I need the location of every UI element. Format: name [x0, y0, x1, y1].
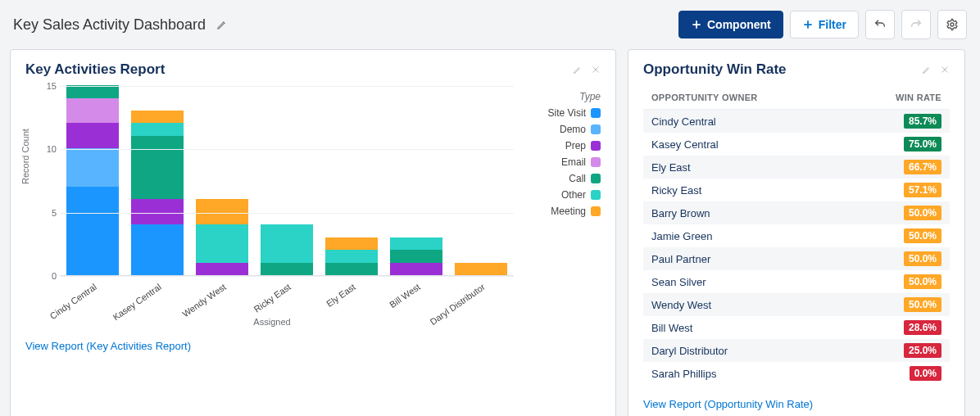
legend-swatch — [591, 141, 601, 151]
stacked-bar[interactable] — [131, 111, 184, 275]
bar-slot: Ely East — [324, 86, 380, 275]
panel-tools — [573, 65, 601, 75]
owner-cell: Bill West — [651, 322, 692, 334]
close-icon[interactable] — [591, 65, 601, 75]
win-rate-badge: 85.7% — [904, 114, 941, 129]
add-filter-button[interactable]: Filter — [790, 11, 859, 38]
bar-segment — [325, 237, 378, 250]
pencil-icon[interactable] — [573, 65, 583, 75]
win-rate-badge: 57.1% — [904, 183, 941, 197]
bar-segment — [196, 224, 248, 262]
legend-swatch — [591, 157, 601, 167]
panel-tools — [922, 65, 950, 75]
bar-segment — [66, 123, 119, 148]
bar-category-label: Ely East — [324, 282, 357, 309]
bar-slot: Cindy Central — [64, 86, 120, 275]
bar-category-label: Cindy Central — [48, 282, 98, 321]
owner-cell: Daryl Distributor — [651, 345, 728, 357]
table-row[interactable]: Sarah Phillips0.0% — [643, 362, 950, 385]
stacked-bar[interactable] — [390, 237, 442, 275]
table-row[interactable]: Ricky East57.1% — [643, 179, 950, 201]
y-tick: 5 — [37, 208, 57, 218]
owner-cell: Jamie Green — [651, 230, 712, 242]
win-rate-badge: 50.0% — [904, 297, 941, 312]
legend-item: Meeting — [519, 206, 601, 217]
table-row[interactable]: Jamie Green50.0% — [643, 224, 950, 247]
bars-container: Cindy CentralKasey CentralWendy WestRick… — [60, 86, 514, 275]
y-tick: 10 — [37, 144, 57, 154]
bar-slot: Kasey Central — [129, 86, 185, 275]
legend-item: Site Visit — [519, 107, 601, 119]
win-rate-badge: 28.6% — [904, 320, 941, 335]
panel-title: Key Activities Report — [25, 61, 165, 78]
view-report-link[interactable]: View Report (Key Activities Report) — [25, 340, 601, 352]
owner-cell: Ely East — [651, 161, 691, 174]
stacked-bar[interactable] — [261, 224, 313, 275]
table-row[interactable]: Ely East66.7% — [643, 156, 950, 179]
legend-label: Email — [561, 156, 586, 168]
bar-segment — [325, 263, 378, 275]
table-row[interactable]: Kasey Central75.0% — [643, 133, 950, 156]
win-rate-badge: 75.0% — [904, 137, 941, 151]
toolbar-controls: Component Filter — [678, 10, 967, 39]
table-row[interactable]: Bill West28.6% — [643, 316, 950, 339]
win-rate-badge: 50.0% — [904, 228, 941, 243]
legend-label: Other — [561, 189, 586, 201]
pencil-icon[interactable] — [214, 16, 230, 33]
dashboard-topbar: Key Sales Activity Dashboard Component F… — [10, 7, 970, 49]
owner-cell: Cindy Central — [651, 115, 716, 128]
bar-slot: Wendy West — [193, 86, 250, 275]
table-row[interactable]: Wendy West50.0% — [643, 293, 950, 316]
legend-item: Other — [519, 189, 601, 201]
legend-swatch — [591, 174, 601, 183]
bar-segment — [66, 148, 119, 186]
owner-cell: Kasey Central — [651, 138, 719, 151]
legend-swatch — [591, 124, 601, 134]
owner-cell: Ricky East — [651, 184, 701, 197]
table-row[interactable]: Sean Silver50.0% — [643, 270, 950, 293]
table-row[interactable]: Paul Partner50.0% — [643, 247, 950, 270]
undo-button[interactable] — [865, 10, 895, 39]
win-rate-badge: 50.0% — [904, 206, 941, 220]
bar-segment — [390, 250, 442, 262]
bar-segment — [131, 123, 184, 135]
svg-point-0 — [951, 23, 954, 26]
stacked-bar[interactable] — [455, 263, 507, 275]
stacked-bar[interactable] — [196, 199, 248, 275]
legend-label: Site Visit — [548, 107, 586, 119]
legend-item: Call — [519, 173, 601, 184]
table-row[interactable]: Barry Brown50.0% — [643, 201, 950, 224]
gridline — [60, 149, 514, 150]
owner-cell: Barry Brown — [651, 207, 710, 219]
legend-item: Demo — [519, 124, 601, 135]
bar-segment — [390, 237, 442, 250]
win-rate-panel: Opportunity Win Rate OPPORTUNITY OWNER W… — [628, 49, 965, 416]
bar-segment — [66, 98, 119, 124]
gridline — [60, 213, 514, 214]
owner-cell: Paul Partner — [651, 253, 710, 265]
bar-segment — [261, 263, 313, 275]
add-component-button[interactable]: Component — [678, 11, 783, 38]
view-report-link[interactable]: View Report (Opportunity Win Rate) — [643, 398, 950, 410]
legend-swatch — [591, 206, 601, 216]
close-icon[interactable] — [940, 65, 950, 75]
legend-swatch — [591, 190, 601, 200]
y-axis-label: Record Count — [20, 129, 30, 184]
chart-area: Record Count Cindy CentralKasey CentralW… — [25, 86, 519, 327]
legend-label: Prep — [565, 140, 586, 151]
panels-row: Key Activities Report Record Count Cindy… — [10, 49, 970, 416]
bar-segment — [325, 250, 378, 262]
chart-plot: Cindy CentralKasey CentralWendy WestRick… — [60, 86, 514, 276]
stacked-bar[interactable] — [325, 237, 378, 275]
redo-button[interactable] — [901, 10, 931, 39]
table-row[interactable]: Daryl Distributor25.0% — [643, 339, 950, 362]
bar-category-label: Bill West — [388, 282, 422, 310]
bar-segment — [131, 111, 184, 123]
bar-segment — [196, 263, 248, 275]
pencil-icon[interactable] — [922, 65, 932, 75]
stacked-bar[interactable] — [66, 85, 119, 275]
win-rate-badge: 66.7% — [904, 160, 941, 174]
gear-button[interactable] — [937, 10, 967, 39]
y-tick: 0 — [37, 271, 57, 281]
table-row[interactable]: Cindy Central85.7% — [643, 110, 950, 133]
